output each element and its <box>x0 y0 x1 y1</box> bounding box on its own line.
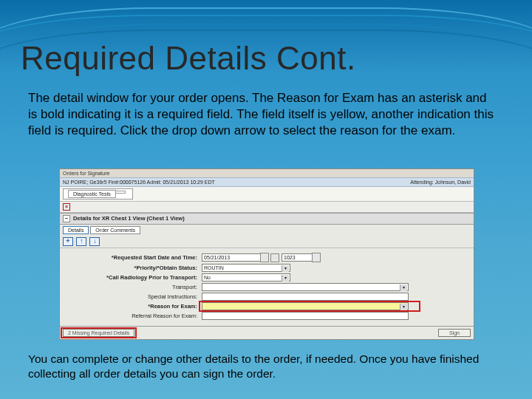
time-spinner[interactable] <box>312 253 321 262</box>
annotation-highlight <box>61 327 137 338</box>
row-start-datetime: *Requested Start Date and Time: 05/21/20… <box>64 253 469 262</box>
category-tab-row: Diagnostic Tests <box>60 187 474 202</box>
input-start-time[interactable]: 1023 <box>282 253 313 262</box>
sign-button[interactable]: Sign <box>438 329 471 337</box>
label-pretransport: *Call Radiology Prior to Transport: <box>64 274 202 281</box>
tab-order-comments-label: Order Comments <box>95 228 135 233</box>
tab-label: Diagnostic Tests <box>68 190 116 198</box>
row-transport: Transport: ▾ <box>64 283 469 291</box>
select-priority-value: ROUTIN <box>202 265 224 270</box>
annotation-highlight <box>115 191 126 194</box>
select-pretransport-value: No <box>202 275 211 280</box>
select-transport[interactable]: ▾ <box>202 283 409 291</box>
app-titlebar: Orders for Signature <box>60 169 474 177</box>
row-special-instructions: Special Instructions: <box>64 293 469 301</box>
app-footer: 2 Missing Required Details Sign <box>60 326 474 339</box>
row-reason: *Reason for Exam: ▾ <box>64 302 469 310</box>
sign-button-label: Sign <box>449 330 460 335</box>
label-special-instructions: Special Instructions: <box>64 293 202 300</box>
collapse-toggle-icon[interactable]: − <box>63 215 70 222</box>
row-referral-reason: Referral Reason for Exam: <box>64 312 469 320</box>
scroll-down-icon[interactable]: ↓ <box>89 237 100 246</box>
select-pretransport[interactable]: No ▾ <box>202 273 290 282</box>
date-spinner[interactable] <box>260 253 269 262</box>
scroll-up-icon[interactable]: ↑ <box>76 237 86 246</box>
tab-diagnostic-tests[interactable]: Diagnostic Tests <box>63 188 133 200</box>
tab-details[interactable]: Details <box>63 226 89 234</box>
label-reason: *Reason for Exam: <box>64 303 202 310</box>
calendar-icon[interactable] <box>270 253 279 262</box>
slide-paragraph-bottom: You can complete or change other details… <box>28 352 498 381</box>
tab-details-label: Details <box>68 228 83 233</box>
add-icon[interactable]: + <box>63 237 73 246</box>
select-priority[interactable]: ROUTIN ▾ <box>202 264 290 272</box>
order-toolbar: × <box>60 202 474 213</box>
label-transport: Transport: <box>64 284 202 290</box>
patient-info-left: NJ POIRE; Ge36r5 Fin#:000075126 Admit: 0… <box>63 180 215 185</box>
details-section-header: − Details for XR Chest 1 View (Chest 1 V… <box>60 213 474 225</box>
section-head-order-name: XR Chest 1 View (Chest 1 View) <box>102 215 185 222</box>
chevron-down-icon[interactable]: ▾ <box>282 275 289 282</box>
label-start-datetime: *Requested Start Date and Time: <box>64 254 202 261</box>
slide-title: Required Details Cont. <box>21 40 356 77</box>
patient-info-right: Attending: Johnson, David <box>410 180 471 185</box>
embedded-app-window: Orders for Signature NJ POIRE; Ge36r5 Fi… <box>59 168 474 340</box>
input-special-instructions[interactable] <box>202 293 409 301</box>
order-details-form: *Requested Start Date and Time: 05/21/20… <box>60 248 474 326</box>
tab-order-comments[interactable]: Order Comments <box>90 226 140 234</box>
label-priority: *Priority/*Obtain Status: <box>64 265 202 271</box>
chevron-down-icon[interactable]: ▾ <box>282 265 289 272</box>
slide: Required Details Cont. The detail window… <box>0 0 532 399</box>
input-referral-reason[interactable] <box>202 312 409 320</box>
detail-action-bar: + ↑ ↓ <box>60 236 474 248</box>
app-title-text: Orders for Signature <box>63 171 109 176</box>
annotation-highlight <box>199 301 420 312</box>
input-start-date[interactable]: 05/21/2013 <box>202 253 261 262</box>
delete-icon[interactable]: × <box>63 203 70 211</box>
row-pretransport: *Call Radiology Prior to Transport: No ▾ <box>64 273 469 282</box>
slide-paragraph-top: The detail window for your order opens. … <box>28 90 498 138</box>
row-priority: *Priority/*Obtain Status: ROUTIN ▾ <box>64 264 469 272</box>
label-referral-reason: Referral Reason for Exam: <box>64 313 202 319</box>
detail-tabs: Details Order Comments <box>60 225 474 236</box>
patient-info-bar: NJ POIRE; Ge36r5 Fin#:000075126 Admit: 0… <box>60 177 474 187</box>
chevron-down-icon[interactable]: ▾ <box>400 284 407 291</box>
section-head-prefix: Details for <box>73 215 102 222</box>
